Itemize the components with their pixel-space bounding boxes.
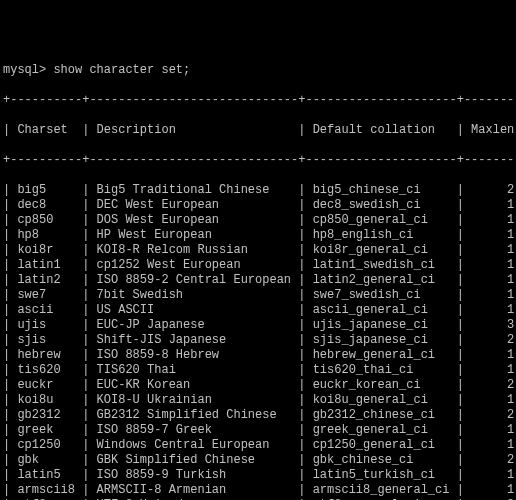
table-row: | latin1 | cp1252 West European | latin1…: [3, 258, 513, 273]
table-row: | swe7 | 7bit Swedish | swe7_swedish_ci …: [3, 288, 513, 303]
table-row: | euckr | EUC-KR Korean | euckr_korean_c…: [3, 378, 513, 393]
table-separator-mid: +----------+----------------------------…: [3, 153, 516, 167]
table-row: | hebrew | ISO 8859-8 Hebrew | hebrew_ge…: [3, 348, 513, 363]
table-separator-top: +----------+----------------------------…: [3, 93, 516, 107]
table-row: | latin5 | ISO 8859-9 Turkish | latin5_t…: [3, 468, 513, 483]
table-row: | ascii | US ASCII | ascii_general_ci | …: [3, 303, 513, 318]
table-row: | koi8u | KOI8-U Ukrainian | koi8u_gener…: [3, 393, 513, 408]
mysql-prompt[interactable]: mysql> show character set;: [3, 63, 190, 77]
table-row: | koi8r | KOI8-R Relcom Russian | koi8r_…: [3, 243, 513, 258]
table-body: | big5 | Big5 Traditional Chinese | big5…: [3, 183, 513, 500]
table-row: | tis620 | TIS620 Thai | tis620_thai_ci …: [3, 363, 513, 378]
table-row: | sjis | Shift-JIS Japanese | sjis_japan…: [3, 333, 513, 348]
table-row: | armscii8 | ARMSCII-8 Armenian | armsci…: [3, 483, 513, 498]
table-row: | cp850 | DOS West European | cp850_gene…: [3, 213, 513, 228]
table-row: | gb2312 | GB2312 Simplified Chinese | g…: [3, 408, 513, 423]
table-row: | ujis | EUC-JP Japanese | ujis_japanese…: [3, 318, 513, 333]
table-row: | big5 | Big5 Traditional Chinese | big5…: [3, 183, 513, 198]
table-row: | cp1250 | Windows Central European | cp…: [3, 438, 513, 453]
table-row: | gbk | GBK Simplified Chinese | gbk_chi…: [3, 453, 513, 468]
table-row: | greek | ISO 8859-7 Greek | greek_gener…: [3, 423, 513, 438]
table-row: | latin2 | ISO 8859-2 Central European |…: [3, 273, 513, 288]
table-row: | dec8 | DEC West European | dec8_swedis…: [3, 198, 513, 213]
table-header-row: | Charset | Description | Default collat…: [3, 123, 513, 138]
table-row: | hp8 | HP West European | hp8_english_c…: [3, 228, 513, 243]
